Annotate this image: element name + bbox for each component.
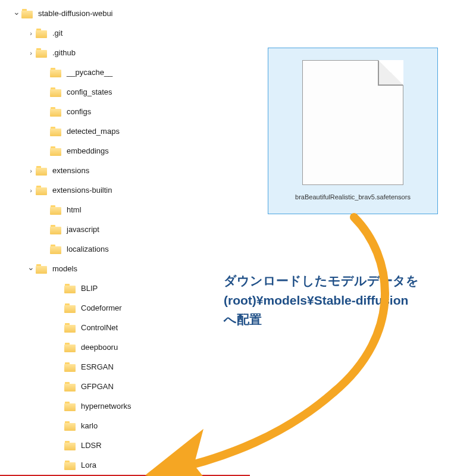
chevron-right-icon[interactable]: ›: [26, 167, 36, 174]
folder-icon: [64, 402, 76, 411]
tree-item-label: stable-diffusion-webui: [38, 9, 113, 18]
tree-item[interactable]: config_states: [0, 82, 250, 102]
tree-item[interactable]: ControlNet: [0, 318, 250, 337]
tree-item-label: config_states: [67, 87, 112, 96]
file-name-label: braBeautifulRealistic_brav5.safetensors: [295, 193, 411, 201]
tree-item[interactable]: configs: [0, 102, 250, 121]
tree-item-label: html: [67, 205, 82, 214]
tree-item[interactable]: ⌄stable-diffusion-webui: [0, 4, 250, 23]
folder-icon: [64, 421, 76, 431]
chevron-down-icon[interactable]: ⌄: [26, 262, 36, 272]
tree-item-label: GFPGAN: [81, 382, 114, 391]
tree-item[interactable]: karlo: [0, 416, 250, 436]
folder-icon: [50, 68, 62, 77]
tree-item-label: karlo: [81, 421, 98, 430]
folder-icon: [36, 48, 48, 58]
chevron-right-icon[interactable]: ›: [26, 187, 36, 194]
tree-item-label: extensions-builtin: [52, 186, 112, 195]
folder-icon: [21, 9, 33, 18]
tree-item-label: Lora: [81, 461, 96, 469]
annotation-line3: へ配置: [224, 310, 419, 330]
tree-item[interactable]: ›.git: [0, 23, 250, 43]
tree-item[interactable]: embeddings: [0, 141, 250, 161]
tree-item[interactable]: deepbooru: [0, 337, 250, 357]
chevron-right-icon[interactable]: ›: [26, 30, 36, 37]
chevron-right-icon[interactable]: ›: [26, 49, 36, 57]
tree-item-label: embeddings: [67, 146, 109, 155]
tree-item-label: extensions: [52, 166, 89, 175]
tree-item-label: __pycache__: [67, 68, 112, 77]
tree-item-label: Codeformer: [81, 303, 122, 312]
tree-item-label: localizations: [67, 245, 109, 253]
tree-item-label: .github: [52, 48, 76, 57]
folder-icon: [50, 146, 62, 156]
tree-item[interactable]: Lora: [0, 455, 250, 475]
folder-icon: [36, 186, 48, 195]
tree-item-label: ESRGAN: [81, 362, 114, 371]
folder-icon: [36, 29, 48, 38]
annotation-text: ダウンロードしたモデルデータを (root)¥models¥Stable-dif…: [224, 271, 419, 330]
tree-item[interactable]: detected_maps: [0, 121, 250, 141]
tree-item[interactable]: GFPGAN: [0, 377, 250, 396]
tree-item-label: detected_maps: [67, 127, 120, 136]
file-preview-card[interactable]: braBeautifulRealistic_brav5.safetensors: [268, 48, 438, 214]
tree-item[interactable]: ›extensions: [0, 161, 250, 180]
tree-item-label: configs: [67, 107, 91, 116]
tree-item[interactable]: localizations: [0, 239, 250, 259]
tree-item-label: .git: [52, 29, 62, 37]
folder-icon: [64, 441, 76, 450]
folder-icon: [64, 284, 76, 293]
folder-icon: [50, 107, 62, 117]
tree-item[interactable]: html: [0, 200, 250, 220]
folder-icon: [64, 461, 76, 470]
folder-icon: [50, 245, 62, 254]
folder-icon: [64, 323, 76, 333]
folder-icon: [36, 166, 48, 176]
folder-icon: [64, 343, 76, 352]
tree-item-label: ControlNet: [81, 323, 118, 332]
tree-item[interactable]: Codeformer: [0, 298, 250, 318]
folder-icon: [64, 303, 76, 313]
folder-icon: [50, 87, 62, 97]
chevron-down-icon[interactable]: ⌄: [12, 7, 21, 17]
tree-item[interactable]: javascript: [0, 220, 250, 239]
annotation-line2: (root)¥models¥Stable-diffusion: [224, 291, 419, 311]
file-icon: [302, 60, 403, 185]
tree-item-label: javascript: [67, 225, 99, 234]
tree-item-label: BLIP: [81, 284, 98, 293]
tree-item-label: deepbooru: [81, 343, 118, 352]
tree-item[interactable]: ›extensions-builtin: [0, 180, 250, 200]
tree-item[interactable]: ⌄models: [0, 259, 250, 278]
tree-item[interactable]: BLIP: [0, 278, 250, 298]
tree-item[interactable]: hypernetworks: [0, 396, 250, 416]
folder-icon: [36, 264, 48, 274]
folder-tree: ⌄stable-diffusion-webui›.git›.github__py…: [0, 0, 250, 476]
tree-item[interactable]: __pycache__: [0, 62, 250, 82]
tree-item[interactable]: ›.github: [0, 43, 250, 62]
folder-icon: [50, 205, 62, 215]
folder-icon: [64, 382, 76, 392]
tree-item-label: models: [52, 264, 77, 273]
tree-item[interactable]: LDSR: [0, 436, 250, 455]
tree-item-label: LDSR: [81, 441, 102, 450]
annotation-line1: ダウンロードしたモデルデータを: [224, 271, 419, 291]
tree-item-label: hypernetworks: [81, 402, 131, 411]
folder-icon: [50, 127, 62, 136]
folder-icon: [50, 225, 62, 234]
tree-item[interactable]: ESRGAN: [0, 357, 250, 377]
folder-icon: [64, 362, 76, 372]
